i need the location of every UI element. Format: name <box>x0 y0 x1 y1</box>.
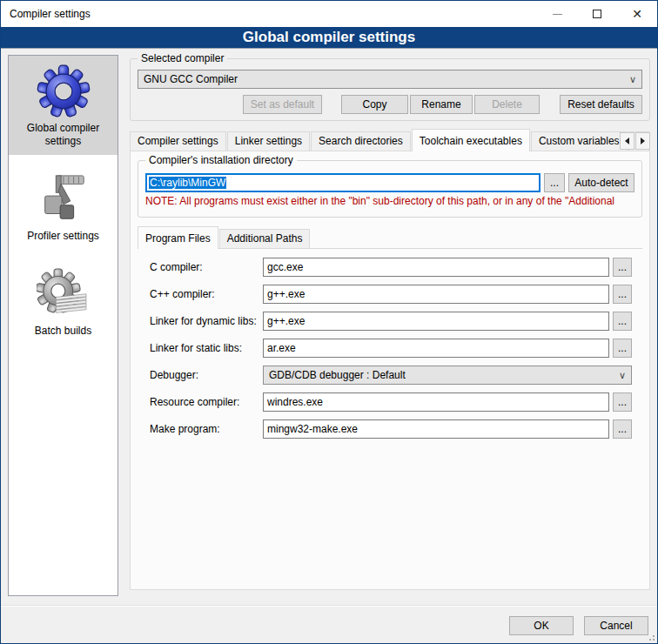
field-row-make-program: Make program: ... <box>150 419 632 439</box>
resize-grip[interactable] <box>645 631 655 641</box>
blue-gear-icon <box>9 63 118 120</box>
programs-subtab-bar: Program Files Additional Paths <box>138 228 642 248</box>
caliper-icon <box>9 171 118 228</box>
rename-button[interactable]: Rename <box>410 95 473 114</box>
field-row-cpp-compiler: C++ compiler: ... <box>150 285 632 304</box>
dialog-header: Global compiler settings <box>1 27 657 49</box>
field-row-linker-dynamic: Linker for dynamic libs: ... <box>150 312 632 331</box>
tab-compiler-settings[interactable]: Compiler settings <box>130 131 226 151</box>
bin-subdirectory-note: NOTE: All programs must exist either in … <box>145 195 634 207</box>
c-compiler-label: C compiler: <box>150 261 263 273</box>
reset-defaults-button[interactable]: Reset defaults <box>560 95 642 114</box>
installation-directory-row: C:\raylib\MinGW ... Auto-detect <box>145 173 634 192</box>
tab-toolchain-executables[interactable]: Toolchain executables <box>412 129 530 151</box>
resource-compiler-input[interactable] <box>263 392 609 412</box>
chevron-down-icon: ∨ <box>629 74 636 85</box>
installation-directory-group: Compiler's installation directory C:\ray… <box>138 160 642 218</box>
c-compiler-input[interactable] <box>263 258 609 277</box>
copy-button[interactable]: Copy <box>341 95 408 114</box>
tab-scroll-right-button[interactable] <box>635 132 650 150</box>
selected-compiler-group: Selected compiler GNU GCC Compiler ∨ Set… <box>130 58 650 121</box>
window-title: Compiler settings <box>1 8 91 20</box>
compiler-buttons-row: Set as default Copy Rename Delete Reset … <box>138 95 642 114</box>
field-row-c-compiler: C compiler: ... <box>150 258 632 277</box>
close-icon: ✕ <box>632 8 642 20</box>
make-program-label: Make program: <box>150 423 263 435</box>
cancel-button[interactable]: Cancel <box>584 616 648 635</box>
compiler-select[interactable]: GNU GCC Compiler ∨ <box>138 70 642 89</box>
maximize-button[interactable] <box>577 1 617 27</box>
installation-directory-legend: Compiler's installation directory <box>145 154 297 166</box>
installation-directory-value: C:\raylib\MinGW <box>149 177 226 189</box>
program-files-page: C compiler: ... C++ compiler: ... Linker… <box>138 248 642 439</box>
cpp-compiler-browse-button[interactable]: ... <box>613 285 632 304</box>
toolchain-executables-page: Compiler's installation directory C:\ray… <box>130 151 650 590</box>
arrow-right-icon <box>641 138 645 144</box>
window-controls: ✕ <box>537 1 657 27</box>
minimize-icon <box>553 14 562 15</box>
field-row-linker-static: Linker for static libs: ... <box>150 339 632 358</box>
tab-scroll-left-button[interactable] <box>620 132 634 150</box>
tab-linker-settings[interactable]: Linker settings <box>227 131 310 151</box>
debugger-label: Debugger: <box>150 369 263 381</box>
make-program-browse-button[interactable]: ... <box>613 419 632 439</box>
linker-static-input[interactable] <box>263 339 609 358</box>
title-bar: Compiler settings ✕ <box>1 1 657 27</box>
ok-button[interactable]: OK <box>509 616 574 635</box>
resource-compiler-browse-button[interactable]: ... <box>613 392 632 412</box>
cpp-compiler-label: C++ compiler: <box>150 288 263 300</box>
programs-subnotebook: Program Files Additional Paths C compile… <box>138 228 642 439</box>
settings-category-list: Global compiler settings Profiler settin… <box>8 55 118 596</box>
tab-search-directories[interactable]: Search directories <box>311 131 411 151</box>
dialog-content: Global compiler settings Profiler settin… <box>1 50 657 643</box>
linker-dynamic-input[interactable] <box>263 312 609 331</box>
settings-panel: Selected compiler GNU GCC Compiler ∨ Set… <box>130 55 650 590</box>
settings-tab-bar: Compiler settings Linker settings Search… <box>130 130 650 151</box>
auto-detect-button[interactable]: Auto-detect <box>568 173 634 192</box>
set-as-default-button[interactable]: Set as default <box>243 95 322 114</box>
delete-button[interactable]: Delete <box>474 95 540 114</box>
subtab-additional-paths[interactable]: Additional Paths <box>219 229 311 248</box>
linker-dynamic-label: Linker for dynamic libs: <box>150 315 263 327</box>
page-title: Global compiler settings <box>243 29 415 46</box>
gray-gear-papers-icon <box>9 265 118 323</box>
minimize-button[interactable] <box>537 1 577 27</box>
subtab-program-files[interactable]: Program Files <box>138 226 218 249</box>
tab-scrollers <box>620 132 650 150</box>
c-compiler-browse-button[interactable]: ... <box>613 258 632 277</box>
debugger-select[interactable]: GDB/CDB debugger : Default ∨ <box>263 366 632 385</box>
maximize-icon <box>593 10 601 18</box>
linker-static-browse-button[interactable]: ... <box>613 339 632 358</box>
linker-static-label: Linker for static libs: <box>150 342 263 354</box>
sidebar-item-global-compiler-settings[interactable]: Global compiler settings <box>9 56 118 155</box>
sidebar-item-batch-builds[interactable]: Batch builds <box>9 258 118 345</box>
linker-dynamic-browse-button[interactable]: ... <box>613 312 632 331</box>
sidebar-item-profiler-settings[interactable]: Profiler settings <box>9 164 118 250</box>
compiler-settings-dialog: Compiler settings ✕ Global compiler sett… <box>0 0 658 644</box>
browse-directory-button[interactable]: ... <box>544 173 565 192</box>
sidebar-item-label: Global compiler settings <box>9 120 118 155</box>
arrow-left-icon <box>625 138 629 144</box>
sidebar-item-label: Profiler settings <box>9 228 118 250</box>
chevron-down-icon: ∨ <box>619 370 626 381</box>
field-row-debugger: Debugger: GDB/CDB debugger : Default ∨ <box>150 366 632 385</box>
close-button[interactable]: ✕ <box>617 1 657 27</box>
debugger-select-value: GDB/CDB debugger : Default <box>269 369 406 381</box>
installation-directory-input[interactable]: C:\raylib\MinGW <box>145 173 540 192</box>
selected-compiler-legend: Selected compiler <box>138 52 227 64</box>
footer-buttons: OK Cancel <box>509 616 648 635</box>
resource-compiler-label: Resource compiler: <box>150 396 263 408</box>
footer-divider <box>1 605 657 607</box>
field-row-resource-compiler: Resource compiler: ... <box>150 392 632 412</box>
compiler-select-value: GNU GCC Compiler <box>144 73 238 85</box>
cpp-compiler-input[interactable] <box>263 285 609 304</box>
tab-custom-variables[interactable]: Custom variables <box>531 131 628 151</box>
make-program-input[interactable] <box>263 419 609 439</box>
sidebar-item-label: Batch builds <box>9 323 118 345</box>
